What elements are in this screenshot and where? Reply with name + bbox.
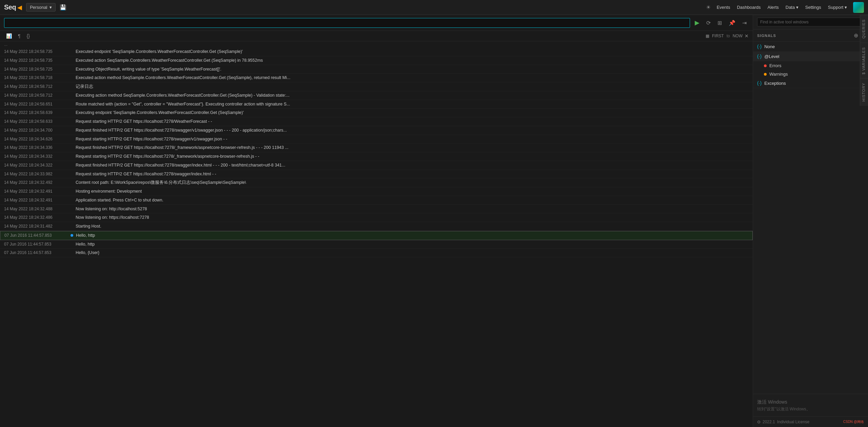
log-level-dot: [70, 251, 73, 254]
log-timestamp: 14 May 2022 18:24:34.336: [4, 144, 70, 151]
search-bar: ▶ ⟳ ⊞ 📌 ⇥: [0, 15, 753, 31]
log-row[interactable]: 14 May 2022 18:24:32.492Content root pat…: [0, 178, 753, 187]
log-row[interactable]: 14 May 2022 18:24:58.735Executed action …: [0, 56, 753, 65]
signal-name: Exceptions: [764, 81, 864, 86]
signal-item-exceptions[interactable]: (·)Exceptions: [753, 78, 868, 88]
log-level-dot: [70, 94, 73, 97]
activation-watermark: 激活 Windows 转到"设置"以激活 Windows。: [753, 394, 868, 416]
signal-sub-item-warnings[interactable]: Warnings: [753, 70, 868, 78]
log-row[interactable]: 14 May 2022 18:24:34.322Request finished…: [0, 161, 753, 170]
log-message: Request finished HTTP/2 GET https://loca…: [76, 144, 749, 151]
logo: Seq ◀: [4, 3, 22, 11]
log-row[interactable]: 14 May 2022 18:24:32.486Now listening on…: [0, 213, 753, 222]
log-row[interactable]: 14 May 2022 18:24:58.725Executing Object…: [0, 65, 753, 74]
log-row[interactable]: 14 May 2022 18:24:58.651Route matched wi…: [0, 100, 753, 109]
log-level-dot: [70, 76, 73, 79]
now-button[interactable]: NOW: [733, 34, 743, 38]
save-button[interactable]: 💾: [58, 3, 68, 12]
first-button[interactable]: FIRST: [712, 34, 724, 38]
log-timestamp: 14 May 2022 18:24:34.700: [4, 127, 70, 133]
first-label: FIRST: [712, 34, 724, 38]
log-message: Executed endpoint 'SeqSample.Controllers…: [76, 48, 749, 55]
logo-text: Seq: [4, 3, 16, 11]
workspace-chevron-icon: ▾: [50, 5, 52, 10]
log-level-dot: [70, 68, 73, 71]
run-query-button[interactable]: ▶: [693, 18, 702, 28]
nav-data[interactable]: Data ▾: [782, 3, 802, 11]
log-level-dot: [70, 50, 73, 53]
expand-icon[interactable]: ⇥: [740, 18, 749, 27]
signal-sub-item-errors[interactable]: Errors: [753, 61, 868, 70]
pin-icon[interactable]: 📌: [727, 18, 737, 27]
log-row[interactable]: 14 May 2022 18:24:58.633Request starting…: [0, 117, 753, 126]
log-row[interactable]: 14 May 2022 18:24:32.491Application star…: [0, 196, 753, 205]
log-level-dot: [70, 85, 73, 88]
log-level-dot: [70, 146, 73, 149]
log-timestamp: 14 May 2022 18:24:32.492: [4, 179, 70, 186]
log-timestamp: 07 Jun 2016 11:44:57.853: [4, 250, 70, 256]
queries-tab[interactable]: QUERIES: [860, 15, 868, 43]
history-tab[interactable]: HISTORY: [860, 78, 868, 106]
signal-name: None: [764, 44, 864, 49]
log-row[interactable]: 07 Jun 2016 11:44:57.853Hello, {User}: [0, 249, 753, 257]
log-row[interactable]: 14 May 2022 18:24:32.488Now listening on…: [0, 205, 753, 214]
log-level-dot: [70, 173, 73, 175]
log-row[interactable]: 14 May 2022 18:24:33.982Request starting…: [0, 170, 753, 179]
signal-radio-icon: (·): [757, 44, 762, 49]
text-button[interactable]: ¶: [16, 32, 23, 40]
log-row[interactable]: 14 May 2022 18:24:34.626Request starting…: [0, 135, 753, 144]
license-brand: CSDN @网络: [843, 420, 864, 424]
signal-item-level[interactable]: (·)@Level▲: [753, 52, 868, 61]
search-input[interactable]: [4, 18, 690, 28]
log-row[interactable]: 14 May 2022 18:24:34.700Request finished…: [0, 126, 753, 135]
code-button[interactable]: {}: [25, 32, 32, 40]
toolbar-row: 📊 ¶ {} ▦ FIRST to NOW ✕: [0, 31, 753, 41]
calendar-icon-button[interactable]: ▦: [706, 34, 709, 38]
nav-events[interactable]: Events: [713, 3, 734, 11]
avatar-button[interactable]: [853, 2, 864, 13]
log-message: Hosting environment: Development: [76, 188, 749, 195]
find-input[interactable]: [757, 18, 864, 26]
grid-icon[interactable]: ⊞: [715, 18, 724, 27]
log-timestamp: 14 May 2022 18:24:58.633: [4, 118, 70, 124]
chart-button[interactable]: 📊: [4, 32, 14, 40]
log-row[interactable]: 14 May 2022 18:24:34.336Request finished…: [0, 143, 753, 152]
log-row[interactable]: 14 May 2022 18:24:58.712Executing action…: [0, 91, 753, 100]
log-timestamp: 14 May 2022 18:24:58.725: [4, 66, 70, 72]
nav-alerts[interactable]: Alerts: [764, 3, 782, 11]
signal-item-none[interactable]: (·)None: [753, 42, 868, 52]
log-row[interactable]: 14 May 2022 18:24:58.639Executing endpoi…: [0, 109, 753, 117]
log-timestamp: 14 May 2022 18:24:34.322: [4, 162, 70, 168]
log-message: Executed action method SeqSample.Control…: [76, 75, 749, 81]
log-message: Starting Host.: [76, 223, 749, 230]
nav-settings[interactable]: Settings: [802, 3, 825, 11]
log-row[interactable]: 14 May 2022 18:24:58.712记录日志: [0, 82, 753, 91]
log-row[interactable]: 14 May 2022 18:24:32.491Hosting environm…: [0, 187, 753, 196]
log-row[interactable]: 07 Jun 2016 11:44:57.853Hello, http: [0, 240, 753, 249]
nav-data-chevron-icon: ▾: [796, 5, 798, 10]
nav-dashboards[interactable]: Dashboards: [733, 3, 764, 11]
clear-button[interactable]: ✕: [745, 33, 749, 39]
sun-icon[interactable]: ☀: [703, 3, 713, 12]
log-row[interactable]: 14 May 2022 18:24:31.482Starting Host.: [0, 222, 753, 231]
log-table: 14 May 2022 18:24:58.735Executed endpoin…: [0, 47, 753, 427]
activation-line1: 激活 Windows: [757, 398, 864, 406]
log-row[interactable]: 07 Jun 2016 11:44:57.853Hello, http: [0, 231, 753, 240]
log-row[interactable]: 14 May 2022 18:24:58.735Executed endpoin…: [0, 47, 753, 56]
variables-tab[interactable]: $ VARIABLES: [860, 43, 868, 79]
signal-radio-icon: (·): [757, 54, 762, 59]
to-label: to: [727, 34, 730, 38]
log-level-dot: [70, 111, 73, 114]
log-timestamp: 14 May 2022 18:24:58.712: [4, 92, 70, 98]
signals-add-button[interactable]: ⊕: [852, 32, 860, 39]
content-area: ▶ ⟳ ⊞ 📌 ⇥ 📊 ¶ {} ▦ FIRST to NOW ✕: [0, 15, 753, 427]
workspace-button[interactable]: Personal ▾: [26, 3, 55, 12]
repeat-icon[interactable]: ⟳: [704, 18, 713, 27]
license-icon: ⊙: [757, 420, 761, 424]
log-row[interactable]: 14 May 2022 18:24:58.718Executed action …: [0, 74, 753, 82]
log-timestamp: 14 May 2022 18:24:58.712: [4, 83, 70, 90]
log-message: Hello, http: [76, 241, 749, 248]
log-row[interactable]: 14 May 2022 18:24:34.332Request starting…: [0, 152, 753, 161]
nav-support[interactable]: Support ▾: [825, 3, 850, 11]
log-timestamp: 14 May 2022 18:24:58.735: [4, 48, 70, 55]
